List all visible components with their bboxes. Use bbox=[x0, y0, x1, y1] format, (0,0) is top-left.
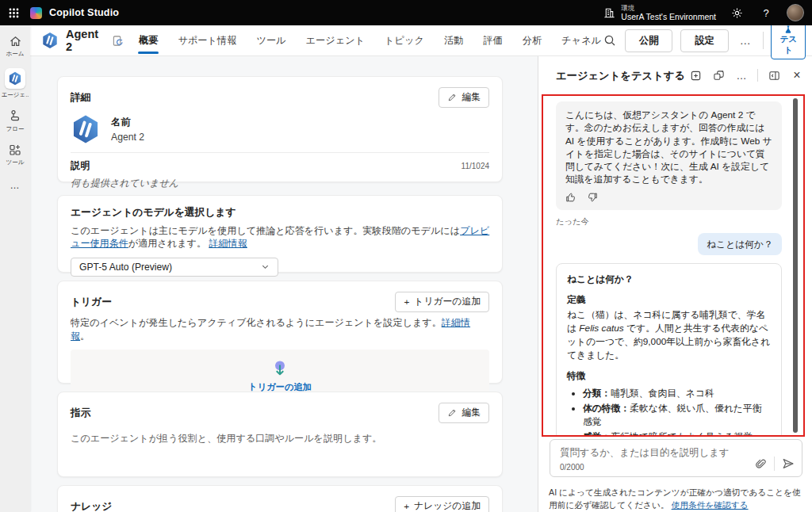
instructions-card-title: 指示 bbox=[71, 407, 91, 420]
sidebar-item-label: エージェ.. bbox=[2, 91, 29, 99]
close-icon[interactable]: × bbox=[790, 68, 804, 82]
ai-disclaimer: AI によって生成されたコンテンツが正確かつ適切であることを使用前に必ず確認して… bbox=[549, 486, 804, 511]
publish-button[interactable]: 公開 bbox=[625, 29, 672, 52]
autosave-status-icon[interactable] bbox=[111, 34, 124, 47]
instructions-edit-button[interactable]: 編集 bbox=[439, 403, 489, 423]
thumbs-down-icon[interactable] bbox=[587, 192, 598, 203]
description-label: 説明 bbox=[71, 159, 90, 173]
test-button[interactable]: テスト bbox=[771, 21, 806, 59]
tab-topics[interactable]: トピック bbox=[384, 25, 425, 56]
copilot-studio-logo-icon bbox=[30, 7, 42, 19]
sidebar-item-tools[interactable]: ツール bbox=[1, 143, 29, 166]
pencil-icon bbox=[447, 408, 457, 418]
bot-greeting-message: こんにちは、仮想アシスタントの Agent 2 です。念のためお伝えしますが、回… bbox=[556, 101, 782, 210]
divider bbox=[774, 457, 775, 471]
agent-tabs: 概要 サポート情報 ツール エージェント トピック 活動 評価 分析 チャネル bbox=[138, 25, 602, 56]
user-avatar[interactable] bbox=[787, 4, 804, 21]
activity-map-icon[interactable] bbox=[711, 68, 726, 82]
divider bbox=[71, 152, 489, 153]
sidebar-item-label: ホーム bbox=[6, 50, 25, 58]
environment-label: 環境 bbox=[621, 4, 716, 12]
model-card-description: このエージェントは主にモデルを使用して推論と応答を行います。実験段階のモデルには… bbox=[71, 224, 499, 250]
flow-icon bbox=[9, 109, 21, 123]
search-icon[interactable] bbox=[602, 30, 617, 51]
agent-header-bar: Agent 2 概要 サポート情報 ツール エージェント トピック 活動 評価 … bbox=[30, 25, 812, 56]
test-panel-title: エージェントをテストする bbox=[556, 69, 685, 83]
chevron-down-icon bbox=[261, 262, 270, 271]
environment-switcher[interactable]: 環境 UserA Test's Environment bbox=[603, 4, 716, 22]
agent-logo-icon bbox=[8, 71, 22, 86]
user-message: ねことは何か？ bbox=[698, 233, 782, 255]
header-actions: 公開 設定 … テスト bbox=[602, 21, 806, 59]
tools-icon bbox=[9, 143, 21, 156]
home-icon bbox=[9, 35, 22, 48]
chat-transcript: こんにちは、仮想アシスタントの Agent 2 です。念のためお伝えしますが、回… bbox=[542, 95, 804, 436]
plus-icon: + bbox=[404, 296, 409, 308]
settings-button[interactable]: 設定 bbox=[680, 29, 728, 52]
tab-channels[interactable]: チャネル bbox=[561, 25, 602, 56]
app-title[interactable]: Copilot Studio bbox=[49, 7, 119, 18]
trigger-card: トリガー + トリガーの追加 特定のイベントが発生したらアクティブ化されるように… bbox=[57, 281, 503, 384]
plus-icon: + bbox=[404, 501, 409, 512]
test-agent-panel: エージェントをテストする … × こんにちは、仮想アシスタントの Agent 2… bbox=[538, 56, 812, 512]
thumbs-up-icon[interactable] bbox=[565, 192, 576, 203]
app-launcher-icon[interactable] bbox=[0, 0, 27, 25]
test-panel-toolbar: … × bbox=[688, 68, 804, 82]
add-trigger-icon bbox=[271, 359, 289, 378]
tab-overview[interactable]: 概要 bbox=[138, 25, 159, 56]
model-select-dropdown[interactable]: GPT-5 Auto (Preview) bbox=[71, 258, 278, 277]
bot-response-card: ねことは何か？ 定義 ねこ（猫）は、ネコ科に属する哺乳類で、学名は Felis … bbox=[556, 263, 782, 436]
terms-of-use-link[interactable]: 使用条件を確認する bbox=[672, 500, 749, 510]
page-title: Agent 2 bbox=[66, 28, 105, 53]
pencil-icon bbox=[447, 93, 457, 102]
details-card-title: 詳細 bbox=[71, 91, 91, 105]
tab-agents[interactable]: エージェント bbox=[305, 25, 366, 56]
tab-evaluation[interactable]: 評価 bbox=[482, 25, 503, 56]
add-knowledge-button[interactable]: + ナレッジの追加 bbox=[395, 496, 489, 512]
agent-logo-icon bbox=[41, 32, 59, 49]
trigger-description: 特定のイベントが発生したらアクティブ化されるようにエージェントを設定します。詳細… bbox=[71, 316, 489, 343]
sidebar-item-flows[interactable]: フロー bbox=[1, 109, 29, 133]
add-trigger-button[interactable]: + トリガーの追加 bbox=[395, 292, 489, 312]
new-chat-icon[interactable] bbox=[688, 68, 703, 82]
sidebar-item-home[interactable]: ホーム bbox=[1, 35, 29, 58]
feedback-row bbox=[565, 192, 772, 203]
model-card: エージェントのモデルを選択します このエージェントは主にモデルを使用して推論と応… bbox=[57, 195, 503, 273]
char-counter: 0/2000 bbox=[560, 463, 584, 472]
sidebar-more-icon[interactable]: … bbox=[10, 180, 21, 191]
sidebar-item-agents[interactable]: エージェ.. bbox=[1, 68, 29, 99]
description-counter: 11/1024 bbox=[462, 162, 489, 170]
send-icon[interactable] bbox=[782, 457, 795, 470]
tab-activity[interactable]: 活動 bbox=[443, 25, 464, 56]
chat-scrollbar-thumb[interactable] bbox=[793, 98, 798, 433]
model-learn-more-link[interactable]: 詳細情報 bbox=[209, 238, 247, 249]
name-label: 名前 bbox=[111, 116, 144, 129]
sidebar-item-label: ツール bbox=[6, 159, 25, 166]
tab-tools[interactable]: ツール bbox=[255, 25, 286, 56]
features-list: 分類：哺乳類、食肉目、ネコ科体の特徴：柔軟な体、鋭い爪、優れた平衡感覚感覚：夜行… bbox=[583, 387, 771, 436]
tab-analytics[interactable]: 分析 bbox=[522, 25, 542, 56]
copilot-studio-app: { "colors":{"accent":"#0f6cbd","link":"#… bbox=[0, 0, 812, 512]
agent-logo-icon bbox=[71, 114, 101, 144]
panel-more-icon[interactable]: … bbox=[734, 68, 749, 82]
response-heading: ねことは何か？ bbox=[567, 273, 771, 286]
trigger-card-title: トリガー bbox=[71, 296, 112, 309]
tab-support-info[interactable]: サポート情報 bbox=[177, 25, 237, 56]
agent-name-row: 名前 Agent 2 bbox=[71, 114, 489, 144]
knowledge-card-title: ナレッジ bbox=[71, 500, 112, 512]
left-nav-rail: ホーム エージェ.. フロー ツール … bbox=[0, 25, 30, 512]
features-label: 特徴 bbox=[567, 369, 771, 383]
help-icon[interactable]: ? bbox=[757, 4, 775, 21]
agent-logo-tile bbox=[5, 68, 25, 89]
top-app-bar: Copilot Studio 環境 UserA Test's Environme… bbox=[0, 0, 812, 25]
header-more-icon[interactable]: … bbox=[737, 34, 755, 47]
chat-input[interactable]: 質問するか、または目的を説明します 0/2000 bbox=[550, 439, 802, 477]
model-card-title: エージェントのモデルを選択します bbox=[71, 206, 489, 220]
dock-panel-icon[interactable] bbox=[767, 68, 781, 82]
settings-gear-icon[interactable] bbox=[728, 4, 745, 21]
building-icon bbox=[603, 7, 615, 19]
attach-paperclip-icon[interactable] bbox=[755, 458, 767, 470]
instructions-placeholder-text: このエージェントが担う役割と、使用する口調やルールを説明します。 bbox=[71, 432, 489, 445]
test-button-label: テスト bbox=[779, 34, 798, 55]
details-edit-button[interactable]: 編集 bbox=[439, 87, 489, 108]
